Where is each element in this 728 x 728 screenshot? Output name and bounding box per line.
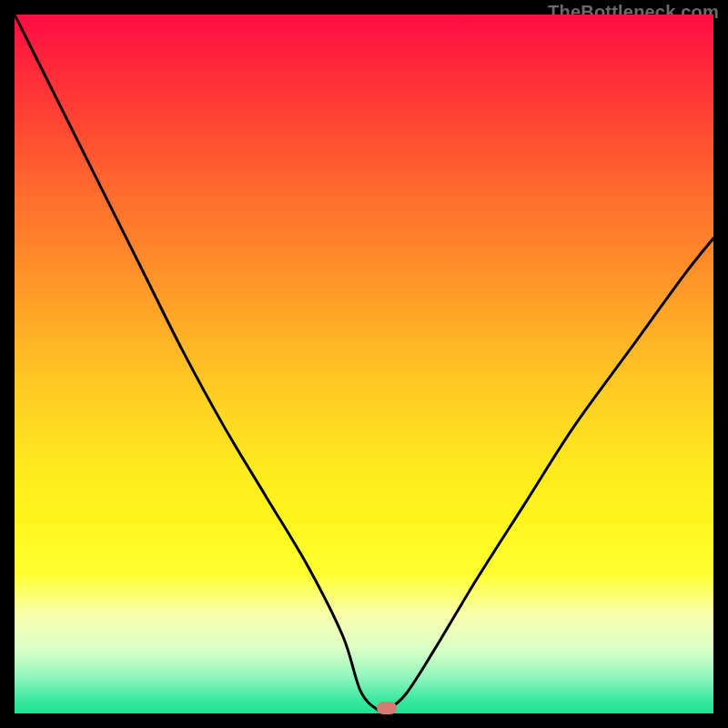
chart-container: TheBottleneck.com <box>0 0 728 728</box>
curve-svg <box>15 15 713 713</box>
bottleneck-curve <box>15 15 713 713</box>
optimal-marker <box>377 702 397 714</box>
plot-area <box>15 15 713 713</box>
